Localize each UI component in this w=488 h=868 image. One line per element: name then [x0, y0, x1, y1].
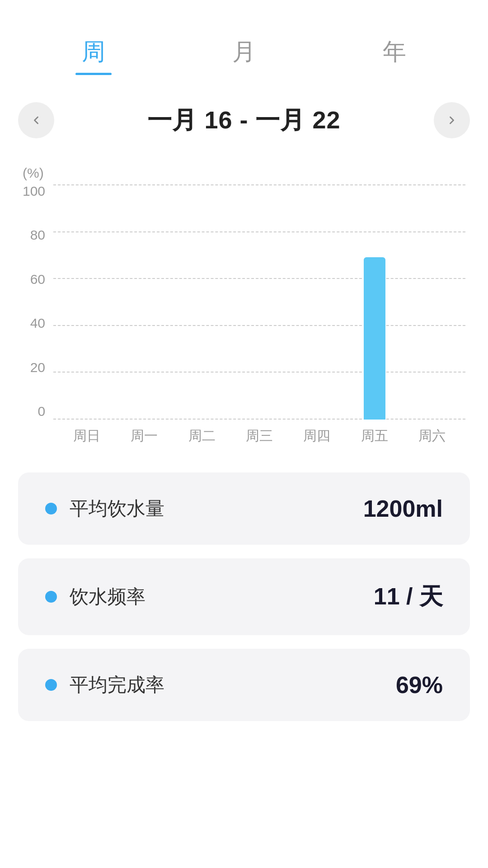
- x-tick-saturday: 周六: [404, 427, 461, 445]
- y-tick-20: 20: [30, 361, 45, 374]
- chart-x-axis: 周日 周一 周二 周三 周四 周五 周六: [53, 420, 465, 445]
- stat-label-avg-completion: 平均完成率: [70, 672, 164, 698]
- y-tick-40: 40: [30, 316, 45, 330]
- x-tick-sunday: 周日: [58, 427, 115, 445]
- bar-col-wednesday: [230, 184, 288, 420]
- chart-y-axis: 100 80 60 40 20 0: [23, 184, 53, 445]
- y-tick-80: 80: [30, 228, 45, 242]
- x-tick-wednesday: 周三: [230, 427, 288, 445]
- stat-value-water-freq: 11 / 天: [374, 581, 443, 613]
- stat-label-avg-water: 平均饮水量: [70, 496, 164, 521]
- bar-col-sunday: [58, 184, 115, 420]
- tab-month[interactable]: 月: [169, 27, 319, 75]
- stat-value-avg-completion: 69%: [396, 671, 443, 698]
- stat-value-avg-water: 1200ml: [363, 495, 443, 522]
- stat-dot-avg-completion: [45, 679, 57, 691]
- tab-week[interactable]: 周: [18, 27, 169, 75]
- chart-grid-bars: [53, 184, 465, 420]
- bar-col-tuesday: [173, 184, 230, 420]
- chevron-left-icon: [30, 114, 42, 127]
- page-container: 周 月 年 一月 16 - 一月 22 (%) 100: [0, 0, 488, 868]
- bar-col-saturday: [404, 184, 461, 420]
- stat-dot-water-freq: [45, 591, 57, 603]
- y-tick-60: 60: [30, 273, 45, 286]
- tab-year[interactable]: 年: [319, 27, 470, 75]
- tab-week-label: 周: [82, 36, 105, 68]
- stat-label-water-freq: 饮水频率: [70, 584, 145, 609]
- tab-year-label: 年: [383, 36, 406, 68]
- stat-dot-avg-water: [45, 503, 57, 514]
- chart-inner: 100 80 60 40 20 0: [23, 184, 465, 445]
- date-range-text: 一月 16 - 一月 22: [147, 104, 340, 137]
- stat-card-avg-completion: 平均完成率 69%: [18, 649, 470, 721]
- chart-plot: 周日 周一 周二 周三 周四 周五 周六: [53, 184, 465, 445]
- bar-col-monday: [115, 184, 173, 420]
- bars-row: [53, 184, 465, 420]
- stat-card-avg-water: 平均饮水量 1200ml: [18, 472, 470, 545]
- stat-left-avg-completion: 平均完成率: [45, 672, 164, 698]
- bar-col-thursday: [288, 184, 346, 420]
- chart-y-label: (%): [23, 165, 465, 181]
- stat-card-water-freq: 饮水频率 11 / 天: [18, 558, 470, 635]
- stat-left-avg-water: 平均饮水量: [45, 496, 164, 521]
- bar-col-friday: [346, 184, 403, 420]
- chart-container: (%) 100 80 60 40 20 0: [18, 165, 470, 445]
- prev-button[interactable]: [18, 102, 54, 138]
- date-navigation: 一月 16 - 一月 22: [18, 102, 470, 138]
- x-tick-thursday: 周四: [288, 427, 346, 445]
- y-tick-0: 0: [38, 405, 45, 418]
- stats-section: 平均饮水量 1200ml 饮水频率 11 / 天 平均完成率 69%: [18, 472, 470, 721]
- bar-friday: [364, 257, 385, 420]
- tabs-bar: 周 月 年: [18, 27, 470, 75]
- next-button[interactable]: [434, 102, 470, 138]
- chevron-right-icon: [446, 114, 458, 127]
- y-tick-100: 100: [23, 184, 45, 198]
- stat-left-water-freq: 饮水频率: [45, 584, 145, 609]
- x-tick-monday: 周一: [115, 427, 173, 445]
- tab-month-label: 月: [232, 36, 256, 68]
- x-tick-friday: 周五: [346, 427, 403, 445]
- x-tick-tuesday: 周二: [173, 427, 230, 445]
- tab-week-underline: [75, 73, 112, 75]
